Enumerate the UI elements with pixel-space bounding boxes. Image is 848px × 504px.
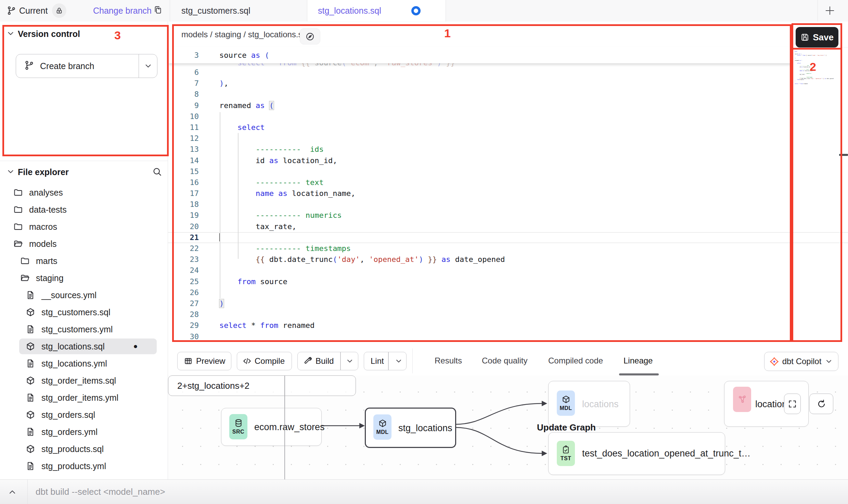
code-line[interactable]: 13 ---------- ids [168,144,848,155]
file-item[interactable]: stg_customers.yml • [0,321,168,338]
tab-stg-customers[interactable]: stg_customers.sql [170,0,307,21]
line-number: 23 [168,254,203,265]
file-icon [25,427,36,437]
code-line[interactable]: 10 [168,111,848,122]
panel-tab-compiled-code[interactable]: Compiled code [548,356,603,366]
build-button[interactable]: Build [297,352,358,370]
model-cube-icon [26,376,35,385]
branch-menu-chevron-icon[interactable] [144,62,153,72]
model-cube-icon [26,342,35,351]
update-graph-button[interactable]: Update Graph [285,375,848,479]
code-line[interactable]: 8 [168,89,848,100]
file-item[interactable]: stg_order_items.sql • [0,372,168,389]
tab-stg-locations[interactable]: stg_locations.sql [307,0,446,21]
code-line[interactable]: 7 ), [168,78,848,89]
fullscreen-button[interactable] [784,394,801,414]
collapse-file-explorer-icon[interactable] [6,167,15,177]
file-item[interactable]: marts • [0,252,168,269]
lint-menu-chevron-icon[interactable] [395,357,403,367]
file-icon [25,461,36,471]
file-actions-button[interactable] [300,28,320,44]
code-icon [243,357,252,366]
status-bar: dbt build --select <model_name> Defer to… [0,479,848,504]
panel-tab-lineage[interactable]: Lineage [624,356,653,366]
expand-command-bar-icon[interactable] [8,487,17,498]
change-branch-link[interactable]: Change branch [93,6,152,16]
code-editor[interactable]: 6 7 ), 8 9 renamed as ( 10 11 select 12 … [168,67,848,342]
code-line[interactable]: 11 select [168,122,848,133]
code-line[interactable]: 23 {{ dbt.date_trunc('day', 'opened_at')… [168,254,848,265]
line-content: {{ dbt.date_trunc('day', 'opened_at') }}… [203,254,505,265]
search-icon[interactable] [152,167,162,178]
folder-icon [13,205,23,214]
code-line[interactable]: 27 ) [168,298,848,309]
minimap[interactable]: with source as ( select * from {{ source… [795,51,846,198]
code-line[interactable]: 19 ---------- numerics [168,210,848,221]
create-branch-button[interactable]: Create branch [16,54,157,78]
document-icon [26,290,35,300]
code-line[interactable]: 29 select * from renamed [168,320,848,331]
file-item[interactable]: stg_customers.sql • [0,304,168,321]
folder-open-icon [13,239,23,249]
file-icon [25,375,36,386]
table-icon [184,357,193,366]
file-item[interactable]: macros • [0,218,168,235]
line-number: 16 [168,177,203,188]
file-item[interactable]: stg_orders.yml • [0,423,168,440]
code-line[interactable]: 25 from source [168,276,848,287]
file-item[interactable]: stg_locations.yml • [0,355,168,372]
code-line[interactable]: 26 [168,287,848,298]
code-line[interactable]: 6 [168,67,848,78]
file-item[interactable]: staging • [0,269,168,287]
file-item[interactable]: models • [0,235,168,252]
line-number: 27 [168,298,203,309]
code-line[interactable]: 24 [168,265,848,276]
file-item[interactable]: stg_products.yml • [0,457,168,475]
line-number: 12 [168,133,203,144]
file-item[interactable]: data-tests • [0,201,168,218]
refresh-button[interactable] [809,394,833,414]
dbt-copilot-button[interactable]: dbt Copilot [764,352,838,371]
code-line[interactable]: 12 [168,133,848,144]
new-tab-button[interactable] [824,5,836,18]
line-number: 21 [168,232,203,243]
code-line[interactable]: 16 ---------- text [168,177,848,188]
line-number: 25 [168,276,203,287]
code-line[interactable]: 28 [168,309,848,320]
code-line[interactable]: 21 [168,232,848,243]
copy-branch-icon[interactable] [153,5,163,16]
code-line[interactable]: 14 id as location_id, [168,155,848,166]
file-item[interactable]: stg_orders.sql • [0,406,168,423]
git-branch-icon [7,6,16,17]
code-line[interactable]: 9 renamed as ( [168,100,848,111]
compile-button[interactable]: Compile [237,352,292,370]
panel-tab-results[interactable]: Results [435,356,462,366]
code-line[interactable]: 17 name as location_name, [168,188,848,199]
line-content: ---------- timestamps [203,243,351,254]
file-item[interactable]: stg_locations.sql • [0,338,168,355]
command-input[interactable]: dbt build --select <model_name> [36,487,165,497]
save-button[interactable]: Save [796,27,838,48]
code-line[interactable]: 30 [168,331,848,342]
document-icon [26,393,35,402]
file-item[interactable]: __sources.yml • [0,287,168,304]
code-line[interactable]: 15 [168,166,848,177]
file-name: stg_customers.sql [41,307,110,317]
document-icon [26,461,35,471]
line-number: 15 [168,166,203,177]
file-name: marts [36,256,57,266]
code-line[interactable]: 18 [168,199,848,210]
file-item[interactable]: stg_order_items.yml • [0,389,168,406]
code-line[interactable]: 22 ---------- timestamps [168,243,848,254]
preview-button[interactable]: Preview [177,352,231,370]
panel-tab-code-quality[interactable]: Code quality [482,356,527,366]
build-menu-chevron-icon[interactable] [346,357,354,367]
line-content [203,309,219,320]
indent-guide [238,133,239,259]
code-line[interactable]: 20 tax_rate, [168,221,848,232]
file-item[interactable]: analyses • [0,184,168,201]
lint-button[interactable]: Lint [364,352,407,370]
collapse-version-control-icon[interactable] [6,29,15,39]
file-item[interactable]: stg_products.sql • [0,440,168,457]
line-number: 18 [168,199,203,210]
